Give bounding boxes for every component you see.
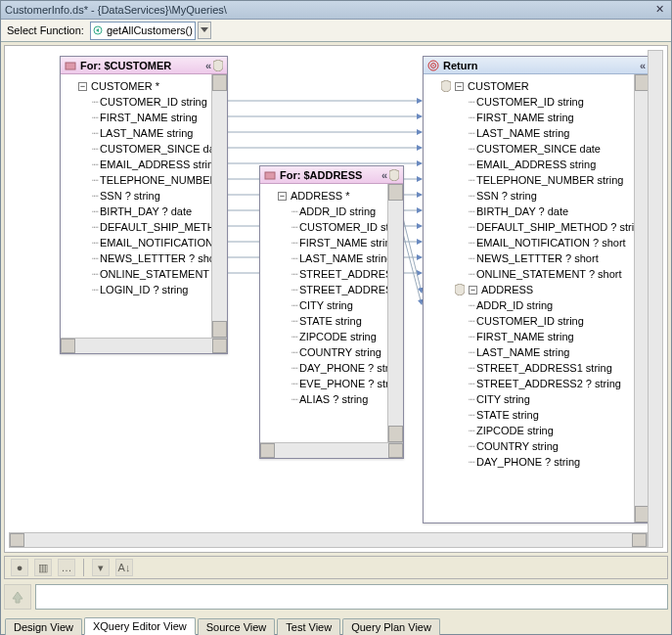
- tree-field[interactable]: ┈STREET_ADDRESS1 string: [427, 360, 634, 376]
- hscrollbar[interactable]: [61, 338, 227, 353]
- tree-field[interactable]: ┈STATE string: [427, 407, 634, 423]
- svg-rect-16: [265, 172, 275, 179]
- tree-field[interactable]: ┈STREET_ADDRESS2: [264, 282, 387, 297]
- panel-customer[interactable]: For: $CUSTOMER « −CUSTOMER * ┈CUSTOMER_I…: [60, 56, 228, 354]
- toolbar-filter-icon[interactable]: ▾: [92, 559, 110, 576]
- panel-return-tree[interactable]: −CUSTOMER ┈CUSTOMER_ID string┈FIRST_NAME…: [424, 74, 634, 522]
- tree-field[interactable]: ┈CUSTOMER_ID string: [65, 94, 211, 110]
- tree-field[interactable]: ┈ADDR_ID string: [427, 297, 634, 313]
- function-bar: Select Function: getAllCustomers(): [1, 20, 671, 42]
- expand-toggle[interactable]: −: [78, 82, 87, 91]
- svg-line-14: [401, 226, 422, 304]
- expand-toggle[interactable]: −: [469, 286, 477, 295]
- tree-field[interactable]: ┈LAST_NAME string: [427, 344, 634, 360]
- arrow-up-icon: [11, 590, 24, 604]
- function-selector[interactable]: getAllCustomers(): [90, 22, 196, 40]
- tree-field[interactable]: ┈COUNTRY string: [264, 344, 387, 360]
- function-label: Select Function:: [7, 24, 84, 36]
- panel-address-header[interactable]: For: $ADDRESS «: [260, 166, 403, 184]
- tab-source-view[interactable]: Source View: [198, 618, 276, 635]
- vscrollbar[interactable]: [211, 74, 227, 338]
- collapse-icon[interactable]: «: [381, 169, 387, 181]
- tree-field[interactable]: ┈STREET_ADDRESS1: [264, 266, 387, 282]
- tree-field[interactable]: ┈DAY_PHONE ? string: [427, 454, 634, 470]
- toolbar-circle-icon[interactable]: ●: [11, 559, 28, 576]
- tree-field[interactable]: ┈FIRST_NAME string: [264, 235, 387, 250]
- tree-field[interactable]: ┈LAST_NAME string: [65, 125, 211, 141]
- tree-field[interactable]: ┈EMAIL_ADDRESS string: [427, 157, 634, 172]
- tree-field[interactable]: ┈LAST_NAME string: [264, 250, 387, 266]
- tree-field[interactable]: ┈EVE_PHONE ? string: [264, 376, 387, 391]
- panel-return-header[interactable]: Return «: [424, 57, 650, 74]
- tree-field[interactable]: ┈SSN ? string: [65, 188, 211, 204]
- tree-field[interactable]: ┈BIRTH_DAY ? date: [427, 204, 634, 219]
- tree-field[interactable]: ┈SSN ? string: [427, 188, 634, 204]
- expand-toggle[interactable]: −: [278, 192, 287, 201]
- field-label: STREET_ADDRESS2 ? string: [476, 378, 621, 389]
- tree-field[interactable]: ┈CUSTOMER_ID string: [427, 94, 634, 110]
- tree-field[interactable]: ┈ONLINE_STATEMENT ? short: [427, 266, 634, 282]
- tree-field[interactable]: ┈CITY string: [427, 391, 634, 407]
- tree-field[interactable]: ┈CUSTOMER_ID string: [427, 313, 634, 329]
- expression-row: [4, 582, 668, 612]
- tab-xquery-editor-view[interactable]: XQuery Editor View: [84, 617, 196, 635]
- tree-field[interactable]: ┈FIRST_NAME string: [427, 329, 634, 344]
- field-label: LAST_NAME string: [476, 346, 569, 358]
- vscrollbar[interactable]: [387, 184, 403, 442]
- hscrollbar[interactable]: [260, 442, 403, 458]
- tree-field[interactable]: ┈STREET_ADDRESS2 ? string: [427, 376, 634, 391]
- tree-field[interactable]: ┈LOGIN_ID ? string: [65, 282, 211, 297]
- function-dropdown-button[interactable]: [198, 22, 211, 39]
- app-window: CustomerInfo.ds* - {DataServices}\MyQuer…: [0, 0, 672, 635]
- close-icon[interactable]: ✕: [651, 3, 667, 17]
- toolbar-more-icon[interactable]: …: [58, 559, 75, 576]
- tree-field[interactable]: ┈ZIPCODE string: [427, 423, 634, 438]
- window-title: CustomerInfo.ds* - {DataServices}\MyQuer…: [5, 4, 651, 16]
- tree-field[interactable]: ┈DAY_PHONE ? string: [264, 360, 387, 376]
- tab-test-view[interactable]: Test View: [277, 618, 340, 635]
- tree-field[interactable]: ┈TELEPHONE_NUMBER string: [427, 172, 634, 188]
- tree-field[interactable]: ┈NEWS_LETTTER ? short: [65, 250, 211, 266]
- tree-field[interactable]: ┈LAST_NAME string: [427, 125, 634, 141]
- panel-address[interactable]: For: $ADDRESS « −ADDRESS * ┈ADDR_ID stri…: [259, 165, 404, 459]
- tree-field[interactable]: ┈TELEPHONE_NUMBER: [65, 172, 211, 188]
- tree-field[interactable]: ┈BIRTH_DAY ? date: [65, 204, 211, 219]
- collapse-icon[interactable]: «: [640, 60, 646, 71]
- panel-return[interactable]: Return « −CUSTOMER ┈CUSTOMER_ID string┈F…: [423, 56, 650, 523]
- tree-field[interactable]: ┈CITY string: [264, 297, 387, 313]
- field-label: EMAIL_NOTIFICATION: [100, 237, 211, 249]
- tree-field[interactable]: ┈CUSTOMER_ID string: [264, 219, 387, 235]
- tree-field[interactable]: ┈ALIAS ? string: [264, 391, 387, 407]
- function-name: getAllCustomers(): [107, 24, 193, 36]
- tab-query-plan-view[interactable]: Query Plan View: [342, 618, 440, 635]
- tree-field[interactable]: ┈FIRST_NAME string: [65, 110, 211, 125]
- panel-customer-tree[interactable]: −CUSTOMER * ┈CUSTOMER_ID string┈FIRST_NA…: [61, 74, 211, 338]
- panel-address-tree[interactable]: −ADDRESS * ┈ADDR_ID string┈CUSTOMER_ID s…: [260, 184, 387, 442]
- toolbar-db-icon[interactable]: ▥: [34, 559, 52, 576]
- canvas-vscrollbar[interactable]: [648, 50, 663, 548]
- canvas-hscrollbar[interactable]: [9, 532, 648, 548]
- panel-customer-header[interactable]: For: $CUSTOMER «: [61, 57, 227, 74]
- tree-field[interactable]: ┈DEFAULT_SHIP_METHOD ? string: [427, 219, 634, 235]
- tree-field[interactable]: ┈CUSTOMER_SINCE date: [65, 141, 211, 157]
- tree-field[interactable]: ┈NEWS_LETTTER ? short: [427, 250, 634, 266]
- tree-field[interactable]: ┈ONLINE_STATEMENT ?: [65, 266, 211, 282]
- tree-field[interactable]: ┈EMAIL_NOTIFICATION: [65, 235, 211, 250]
- editor-canvas[interactable]: For: $CUSTOMER « −CUSTOMER * ┈CUSTOMER_I…: [4, 45, 668, 553]
- tree-field[interactable]: ┈FIRST_NAME string: [427, 110, 634, 125]
- field-label: CITY string: [299, 299, 353, 311]
- tree-field[interactable]: ┈CUSTOMER_SINCE date: [427, 141, 634, 157]
- expression-input[interactable]: [35, 584, 668, 610]
- tab-design-view[interactable]: Design View: [5, 618, 82, 635]
- collapse-icon[interactable]: «: [205, 60, 211, 71]
- tree-field[interactable]: ┈DEFAULT_SHIP_METHOD: [65, 219, 211, 235]
- tree-field[interactable]: ┈COUNTRY string: [427, 438, 634, 454]
- expand-toggle[interactable]: −: [455, 82, 464, 91]
- tree-field[interactable]: ┈EMAIL_ADDRESS string: [65, 157, 211, 172]
- tree-field[interactable]: ┈ADDR_ID string: [264, 204, 387, 219]
- toolbar-sort-icon[interactable]: A↓: [115, 559, 133, 576]
- tree-field[interactable]: ┈STATE string: [264, 313, 387, 329]
- up-button[interactable]: [4, 584, 31, 610]
- tree-field[interactable]: ┈ZIPCODE string: [264, 329, 387, 344]
- tree-field[interactable]: ┈EMAIL_NOTIFICATION ? short: [427, 235, 634, 250]
